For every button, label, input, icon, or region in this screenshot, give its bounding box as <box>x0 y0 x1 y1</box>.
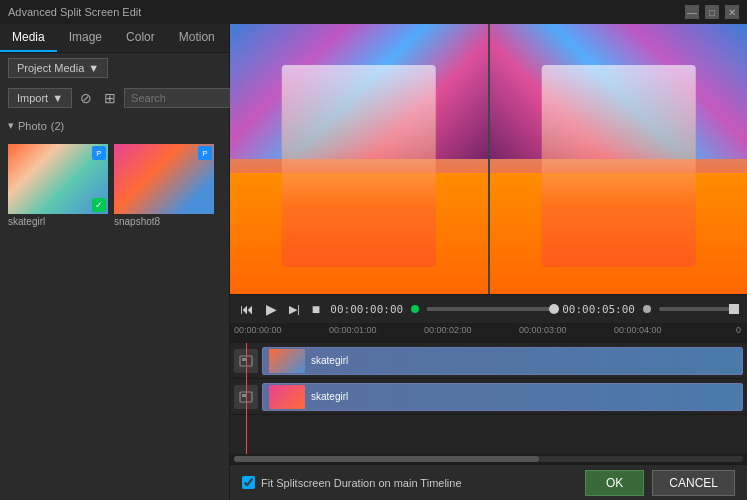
section-count: (2) <box>51 120 64 132</box>
list-item[interactable]: P snapshot8 <box>114 144 214 227</box>
track-clip[interactable]: skategirl <box>262 347 743 375</box>
import-button[interactable]: Import ▼ <box>8 88 72 108</box>
ruler-marks: 00:00:00:00 00:00:01:00 00:00:02:00 00:0… <box>234 323 743 343</box>
timeline-tracks: skategirl skategirl <box>230 343 747 454</box>
track-icon <box>234 349 258 373</box>
left-panel: Media Image Color Motion Project Media ▼… <box>0 24 230 500</box>
end-dot <box>643 305 651 313</box>
clip-label: skategirl <box>311 355 348 366</box>
preview-right <box>490 24 748 294</box>
clip-label: skategirl <box>311 391 348 402</box>
tab-color[interactable]: Color <box>114 24 167 52</box>
track-clip[interactable]: skategirl <box>262 383 743 411</box>
main-layout: Media Image Color Motion Project Media ▼… <box>0 24 747 500</box>
step-forward-button[interactable]: ▶| <box>287 301 302 318</box>
svg-rect-0 <box>240 356 252 366</box>
section-label: Photo <box>18 120 47 132</box>
title-bar: Advanced Split Screen Edit — □ ✕ <box>0 0 747 24</box>
scrollbar-thumb[interactable] <box>234 456 539 462</box>
ruler-mark: 00:00:01:00 <box>329 325 377 335</box>
preview-split <box>230 24 747 294</box>
scrollbar-track <box>234 456 743 462</box>
tab-bar: Media Image Color Motion <box>0 24 229 53</box>
minimize-button[interactable]: — <box>685 5 699 19</box>
fit-duration-checkbox-label[interactable]: Fit Splitscreen Duration on main Timelin… <box>242 476 462 489</box>
fit-duration-label: Fit Splitscreen Duration on main Timelin… <box>261 477 462 489</box>
zoom-handle[interactable] <box>729 304 739 314</box>
playback-progress[interactable] <box>427 307 554 311</box>
timeline-ruler: 00:00:00:00 00:00:01:00 00:00:02:00 00:0… <box>230 323 747 343</box>
filter-icon[interactable]: ⊘ <box>76 88 96 108</box>
section-header[interactable]: ▾ Photo (2) <box>8 119 221 132</box>
fit-duration-checkbox[interactable] <box>242 476 255 489</box>
ruler-mark: 00:00:00:00 <box>234 325 282 335</box>
table-row: skategirl <box>230 343 747 379</box>
ruler-mark: 00:00:02:00 <box>424 325 472 335</box>
rewind-button[interactable]: ⏮ <box>238 299 256 319</box>
clip-thumbnail <box>269 349 305 373</box>
ruler-mark: 0 <box>736 325 741 335</box>
ruler-mark: 00:00:03:00 <box>519 325 567 335</box>
svg-rect-1 <box>242 358 246 361</box>
chevron-down-icon: ▼ <box>88 62 99 74</box>
project-media-dropdown[interactable]: Project Media ▼ <box>8 58 108 78</box>
clip-thumbnail <box>269 385 305 409</box>
preview-left <box>230 24 490 294</box>
thumbnail-snapshot8: P <box>114 144 214 214</box>
ok-button[interactable]: OK <box>585 470 644 496</box>
track-icon <box>234 385 258 409</box>
chevron-down-icon: ▾ <box>8 119 14 132</box>
import-toolbar: Import ▼ ⊘ ⊞ 🔍 <box>0 83 229 113</box>
media-toolbar: Project Media ▼ <box>0 53 229 83</box>
progress-handle[interactable] <box>549 304 559 314</box>
type-badge: P <box>198 146 212 160</box>
photo-section: ▾ Photo (2) <box>0 113 229 144</box>
media-item-label: skategirl <box>8 216 45 227</box>
svg-rect-2 <box>240 392 252 402</box>
zoom-slider[interactable] <box>659 307 739 311</box>
table-row: skategirl <box>230 379 747 415</box>
timeline-scrollbar[interactable] <box>230 454 747 464</box>
tab-media[interactable]: Media <box>0 24 57 52</box>
list-item[interactable]: P ✓ skategirl <box>8 144 108 227</box>
ruler-mark: 00:00:04:00 <box>614 325 662 335</box>
tab-motion[interactable]: Motion <box>167 24 227 52</box>
bottom-buttons: OK CANCEL <box>585 470 735 496</box>
time-current: 00:00:00:00 <box>330 303 403 316</box>
type-badge: P <box>92 146 106 160</box>
preview-area <box>230 24 747 294</box>
thumbnail-skategirl: P ✓ <box>8 144 108 214</box>
time-total: 00:00:05:00 <box>562 303 635 316</box>
record-dot <box>411 305 419 313</box>
play-button[interactable]: ▶ <box>264 299 279 319</box>
window-title: Advanced Split Screen Edit <box>8 6 141 18</box>
window-controls: — □ ✕ <box>685 5 739 19</box>
close-button[interactable]: ✕ <box>725 5 739 19</box>
playback-controls: ⏮ ▶ ▶| ■ 00:00:00:00 00:00:05:00 <box>230 294 747 323</box>
bottom-bar: Fit Splitscreen Duration on main Timelin… <box>230 464 747 500</box>
right-panel: ⏮ ▶ ▶| ■ 00:00:00:00 00:00:05:00 00:00:0… <box>230 24 747 500</box>
tab-image[interactable]: Image <box>57 24 114 52</box>
media-item-label: snapshot8 <box>114 216 160 227</box>
maximize-button[interactable]: □ <box>705 5 719 19</box>
cancel-button[interactable]: CANCEL <box>652 470 735 496</box>
stop-button[interactable]: ■ <box>310 299 322 319</box>
svg-rect-3 <box>242 394 246 397</box>
check-badge: ✓ <box>92 198 106 212</box>
grid-icon[interactable]: ⊞ <box>100 88 120 108</box>
chevron-down-icon: ▼ <box>52 92 63 104</box>
thumbnails-grid: P ✓ skategirl P snapshot8 <box>0 144 229 227</box>
timeline-area: 00:00:00:00 00:00:01:00 00:00:02:00 00:0… <box>230 323 747 464</box>
